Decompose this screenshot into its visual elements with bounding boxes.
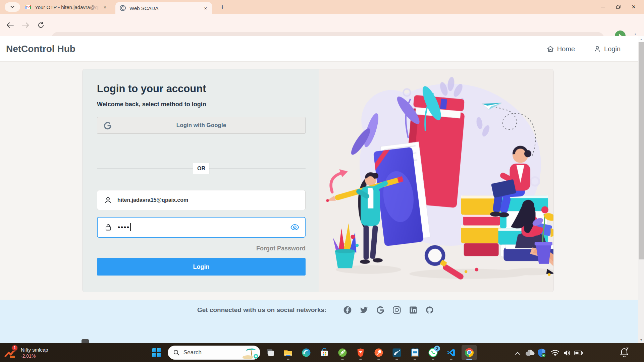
lock-icon [104, 223, 112, 231]
postman-button[interactable] [371, 345, 386, 360]
spring-tools-button[interactable] [335, 345, 350, 360]
chevron-down-icon [10, 6, 14, 8]
brand-title: NetControl Hub [6, 44, 75, 54]
tab-title: Web SCADA [129, 5, 199, 11]
search-highlight-beach-icon [243, 346, 260, 359]
text-caret [130, 223, 131, 231]
mysql-workbench-icon [392, 348, 401, 357]
start-button[interactable] [149, 345, 164, 360]
volume-icon[interactable] [562, 348, 572, 358]
nav-home-label: Home [557, 45, 575, 53]
notepad-icon [411, 348, 419, 357]
mysql-workbench-button[interactable] [389, 345, 405, 360]
gmail-icon [25, 4, 32, 10]
tab-close-icon[interactable]: × [202, 4, 209, 12]
windows-security-icon[interactable] [537, 348, 547, 358]
site-header: NetControl Hub Home Login [0, 36, 644, 62]
brave-icon [356, 348, 365, 357]
restore-button[interactable] [610, 0, 626, 13]
email-field[interactable] [97, 190, 306, 210]
google-login-label: Login with Google [176, 122, 226, 129]
books-learning-illustration [319, 69, 553, 292]
reload-button[interactable] [34, 18, 48, 32]
close-button[interactable]: × [626, 0, 641, 13]
user-icon [594, 45, 601, 53]
browser-tabstrip: Your OTP - hiten.jadavra@qpaix × Web SCA… [0, 0, 644, 14]
tray-chevron-up-icon[interactable] [513, 348, 523, 358]
google-login-button[interactable]: Login with Google [97, 117, 306, 134]
footer-text: Get connected with us on social networks… [197, 306, 326, 314]
nav-login-label: Login [604, 45, 621, 53]
window-controls: × [595, 0, 641, 13]
file-explorer-button[interactable] [280, 345, 296, 360]
chrome-icon [464, 348, 474, 358]
desktop-screen: Your OTP - hiten.jadavra@qpaix × Web SCA… [0, 0, 644, 362]
scrollbar-thumb[interactable] [639, 42, 644, 259]
browser-tab-gmail[interactable]: Your OTP - hiten.jadavra@qpaix × [21, 0, 111, 14]
windows-logo-icon [152, 348, 161, 357]
forgot-password-link[interactable]: Forgot Password [97, 245, 306, 252]
password-masked-value[interactable]: •••• [118, 224, 130, 231]
battery-icon[interactable] [574, 348, 584, 358]
browser-tab-webscada[interactable]: Web SCADA × [115, 2, 212, 14]
instagram-icon[interactable] [392, 306, 401, 314]
notification-bell-icon[interactable] [619, 347, 629, 357]
or-label: OR [193, 163, 209, 174]
linkedin-icon[interactable] [409, 306, 418, 314]
edge-icon [302, 348, 311, 357]
whatsapp-button[interactable]: 2 [425, 345, 441, 360]
back-button[interactable] [3, 18, 17, 32]
task-view-button[interactable] [262, 345, 278, 360]
wifi-icon[interactable] [550, 348, 560, 358]
footer-peek-element [82, 339, 89, 343]
edge-button[interactable] [299, 345, 314, 360]
home-icon [547, 45, 554, 53]
browser-toolbar: localhost:3000/auth/login h ⋮ [0, 14, 644, 36]
vscode-icon [446, 348, 456, 357]
page-footer: Get connected with us on social networks… [0, 300, 644, 343]
onedrive-icon[interactable] [525, 348, 535, 358]
login-subtitle: Welcome back, select method to login [97, 101, 306, 108]
windows-taskbar: 1 Nifty smlcap -2.01% Search [0, 343, 644, 362]
page-scrollbar[interactable]: ▲ ▼ [638, 36, 644, 343]
github-icon[interactable] [425, 306, 434, 314]
new-tab-button[interactable]: + [218, 3, 227, 11]
vscode-button[interactable] [443, 345, 459, 360]
twitter-icon[interactable] [360, 306, 368, 314]
google-icon[interactable] [376, 306, 385, 314]
tab-close-icon[interactable]: × [101, 3, 109, 11]
taskbar-search[interactable]: Search [168, 346, 260, 360]
or-divider: OR [97, 163, 306, 174]
stocks-widget-icon: 1 [3, 346, 17, 360]
login-card: Login to your account Welcome back, sele… [82, 69, 554, 292]
login-form: Login to your account Welcome back, sele… [83, 69, 319, 292]
chrome-button[interactable] [462, 345, 477, 360]
notepad-button[interactable] [407, 345, 423, 360]
postman-icon [374, 348, 383, 357]
task-view-icon [265, 348, 275, 357]
email-input[interactable] [117, 197, 305, 203]
scroll-down-arrow-icon[interactable]: ▼ [638, 337, 644, 343]
show-password-eye-icon[interactable] [290, 223, 300, 232]
tab-list-button[interactable] [5, 2, 20, 12]
search-label: Search [183, 349, 243, 356]
widgets-button[interactable]: 1 Nifty smlcap -2.01% [3, 345, 48, 360]
forward-button[interactable] [19, 18, 32, 32]
spring-icon [338, 348, 347, 357]
widget-title: Nifty smlcap [21, 347, 48, 353]
scroll-up-arrow-icon[interactable]: ▲ [638, 36, 644, 42]
brave-button[interactable] [353, 345, 368, 360]
login-submit-button[interactable]: Login [97, 258, 306, 276]
nav-login[interactable]: Login [594, 45, 621, 53]
password-field[interactable]: •••• [97, 217, 306, 238]
minimize-button[interactable] [595, 0, 610, 13]
microsoft-store-button[interactable] [317, 345, 332, 360]
google-g-icon [103, 121, 112, 130]
nav-home[interactable]: Home [547, 45, 575, 53]
file-explorer-icon [283, 348, 293, 358]
login-illustration [319, 69, 553, 292]
login-title: Login to your account [97, 83, 306, 95]
facebook-icon[interactable] [343, 306, 352, 314]
widget-badge: 1 [11, 345, 18, 351]
search-icon [173, 350, 179, 356]
